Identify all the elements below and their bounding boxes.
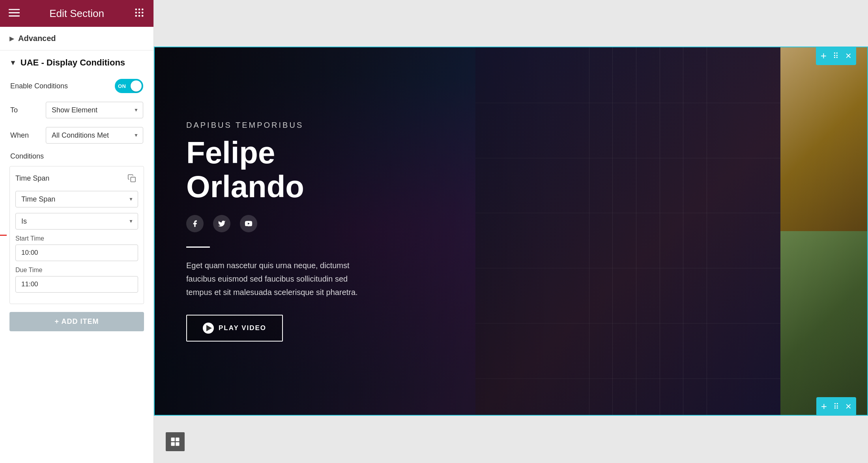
- bottom-toolbar-plus-icon[interactable]: +: [821, 400, 827, 413]
- condition-card-header: Time Span: [15, 172, 138, 185]
- side-image-top: [780, 47, 867, 231]
- toggle-knob: [131, 80, 142, 91]
- svg-point-5: [142, 9, 144, 11]
- display-conditions-label: UAE - Display Conditions: [21, 58, 125, 68]
- svg-rect-14: [171, 438, 175, 441]
- when-row: When All Conditions Met Any Condition Me…: [9, 127, 144, 144]
- side-image-bottom: [780, 231, 867, 415]
- svg-point-3: [135, 9, 137, 11]
- to-row: To Show Element Hide Element: [9, 102, 144, 118]
- due-time-input[interactable]: [15, 276, 138, 293]
- condition-card: Time Span Time Span Date Day: [9, 166, 144, 304]
- svg-rect-1: [9, 12, 20, 13]
- svg-point-9: [135, 15, 137, 17]
- svg-rect-12: [131, 177, 135, 182]
- svg-rect-17: [176, 442, 179, 446]
- svg-point-7: [138, 12, 140, 14]
- enable-conditions-label: Enable Conditions: [10, 82, 68, 90]
- hero-description: Eget quam nascetur quis urna neque, dict…: [186, 259, 376, 299]
- youtube-icon[interactable]: [240, 215, 257, 232]
- panel-body: ▶ Advanced ▼ UAE - Display Conditions En…: [0, 27, 153, 463]
- play-btn-label: PLAY VIDEO: [219, 324, 266, 332]
- bottom-toolbar: + ⠿ ×: [816, 397, 856, 416]
- play-video-button[interactable]: PLAY VIDEO: [186, 315, 283, 342]
- start-time-input[interactable]: [15, 245, 138, 261]
- conditions-label: Conditions: [9, 152, 144, 161]
- add-item-button[interactable]: + ADD ITEM: [9, 312, 144, 331]
- time-span-subrow: Time Span Date Day of Week User Role: [15, 191, 138, 207]
- svg-rect-15: [176, 438, 179, 441]
- hero-title: Felipe Orlando: [186, 136, 399, 204]
- when-select-wrap: All Conditions Met Any Condition Met: [46, 127, 143, 144]
- display-conditions-arrow-icon: ▼: [9, 59, 17, 67]
- expand-icon[interactable]: [166, 432, 185, 451]
- svg-point-11: [142, 15, 144, 17]
- start-time-subrow: Start Time: [15, 235, 138, 261]
- toolbar-plus-icon[interactable]: +: [821, 50, 827, 62]
- advanced-section[interactable]: ▶ Advanced: [0, 27, 153, 50]
- hamburger-icon[interactable]: [9, 7, 20, 20]
- facebook-icon[interactable]: [186, 215, 204, 232]
- condition-type-label: Time Span: [15, 174, 49, 183]
- due-time-subrow: Due Time: [15, 267, 138, 293]
- toolbar-drag-icon[interactable]: ⠿: [833, 51, 839, 61]
- svg-point-6: [135, 12, 137, 14]
- to-label: To: [10, 106, 42, 114]
- side-image: [780, 47, 867, 415]
- svg-rect-16: [171, 442, 175, 446]
- toolbar-close-icon[interactable]: ×: [846, 50, 851, 62]
- to-select-wrapper: Show Element Hide Element: [46, 102, 143, 118]
- hero-divider: [186, 246, 210, 248]
- when-select[interactable]: All Conditions Met Any Condition Met: [46, 127, 143, 144]
- bottom-toolbar-drag-icon[interactable]: ⠿: [833, 402, 839, 411]
- to-select-wrap: Show Element Hide Element: [46, 102, 143, 118]
- time-span-select[interactable]: Time Span Date Day of Week User Role: [15, 191, 138, 207]
- right-area: + ⠿ ×: [154, 0, 868, 463]
- svg-rect-2: [9, 15, 20, 17]
- svg-point-8: [142, 12, 144, 14]
- time-span-select-wrapper: Time Span Date Day of Week User Role: [15, 191, 138, 207]
- enable-conditions-row: Enable Conditions ON: [9, 79, 144, 93]
- grid-icon[interactable]: [134, 7, 145, 20]
- play-btn-icon: [203, 323, 214, 334]
- when-select-wrapper: All Conditions Met Any Condition Met: [46, 127, 143, 144]
- twitter-icon[interactable]: [213, 215, 230, 232]
- display-conditions-section: ▼ UAE - Display Conditions Enable Condit…: [0, 50, 153, 304]
- hero-subtitle: DAPIBUS TEMPORIBUS: [186, 121, 399, 130]
- svg-point-4: [138, 9, 140, 11]
- is-select-wrapper: Is Is Not: [15, 213, 138, 230]
- bottom-bar: [154, 416, 868, 463]
- toggle-on-label: ON: [118, 83, 126, 89]
- hero-content: DAPIBUS TEMPORIBUS Felipe Orlando Eget q…: [155, 97, 431, 365]
- panel-header: Edit Section: [0, 0, 153, 27]
- top-toolbar: + ⠿ ×: [816, 47, 856, 65]
- enable-conditions-toggle[interactable]: ON: [115, 79, 143, 93]
- due-time-label: Due Time: [15, 267, 138, 274]
- panel-title: Edit Section: [49, 7, 104, 20]
- arrow-indicator: [0, 230, 7, 241]
- left-panel: Edit Section ▶ Advanced ▼ UAE - Display …: [0, 0, 154, 463]
- is-subrow: Is Is Not: [15, 213, 138, 230]
- bottom-toolbar-close-icon[interactable]: ×: [846, 400, 851, 413]
- start-time-label: Start Time: [15, 235, 138, 242]
- advanced-arrow-icon: ▶: [9, 35, 14, 42]
- toggle-wrap: ON: [72, 79, 143, 93]
- copy-icon[interactable]: [125, 172, 138, 185]
- to-select[interactable]: Show Element Hide Element: [46, 102, 143, 118]
- arrow-line: [0, 235, 7, 236]
- when-label: When: [10, 131, 42, 140]
- display-conditions-header[interactable]: ▼ UAE - Display Conditions: [9, 58, 144, 68]
- svg-rect-0: [9, 9, 20, 10]
- advanced-label: Advanced: [18, 34, 56, 43]
- social-icons: [186, 215, 399, 232]
- svg-point-10: [138, 15, 140, 17]
- hero-section: DAPIBUS TEMPORIBUS Felipe Orlando Eget q…: [154, 47, 868, 416]
- is-select[interactable]: Is Is Not: [15, 213, 138, 230]
